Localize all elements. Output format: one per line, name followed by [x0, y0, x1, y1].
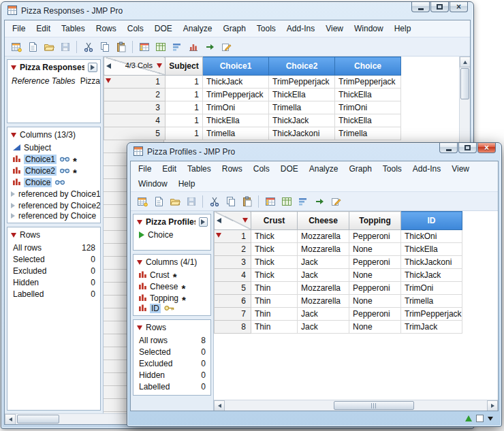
- cut-icon[interactable]: [80, 39, 96, 54]
- panel-expand-button[interactable]: [88, 63, 97, 72]
- row-number-cell[interactable]: 1: [215, 230, 251, 243]
- panel-expand-button[interactable]: [199, 217, 208, 227]
- data-cell[interactable]: Thick: [251, 243, 298, 256]
- data-cell[interactable]: Mozzarella: [298, 282, 349, 295]
- scrollbar-track[interactable]: [225, 400, 487, 411]
- data-table-icon[interactable]: [136, 39, 152, 54]
- summary-table-icon[interactable]: [153, 39, 168, 54]
- data-cell[interactable]: Thick: [251, 256, 298, 269]
- red-triangle-menu-icon[interactable]: [137, 260, 142, 265]
- menu-view[interactable]: View: [320, 22, 349, 35]
- data-cell[interactable]: 1: [166, 89, 203, 101]
- column-header-cheese[interactable]: Cheese: [298, 212, 349, 230]
- row-number-cell[interactable]: 3: [104, 101, 166, 114]
- menu-window[interactable]: Window: [349, 22, 389, 35]
- menu-edit[interactable]: Edit: [31, 22, 56, 35]
- data-cell[interactable]: TrimPepperjack: [401, 308, 462, 321]
- run-script-triangle-icon[interactable]: [139, 232, 144, 238]
- menu-tables[interactable]: Tables: [182, 162, 217, 176]
- copy-icon[interactable]: [223, 193, 238, 209]
- menu-doe[interactable]: DOE: [275, 162, 304, 176]
- data-cell[interactable]: ThickElla: [269, 89, 335, 101]
- row-number-cell[interactable]: 5: [215, 282, 251, 295]
- scrollbar-thumb[interactable]: [17, 415, 59, 424]
- column-item-choice[interactable]: Choice: [7, 176, 100, 188]
- menu-view[interactable]: View: [446, 162, 475, 176]
- columns-hotspot-icon[interactable]: [157, 63, 162, 68]
- menu-help[interactable]: Help: [389, 22, 417, 35]
- data-cell[interactable]: None: [349, 243, 401, 256]
- data-cell[interactable]: Thin: [251, 282, 298, 295]
- summary-table-icon[interactable]: [279, 193, 294, 209]
- disclosure-triangle-icon[interactable]: [11, 191, 15, 197]
- data-cell[interactable]: Thin: [251, 321, 298, 334]
- data-cell[interactable]: Thick: [251, 269, 298, 282]
- menu-tools[interactable]: Tools: [251, 22, 281, 35]
- referenced-by-item[interactable]: referenced by Choice2: [7, 199, 100, 211]
- maximize-button[interactable]: [430, 2, 449, 12]
- menu-window[interactable]: Window: [133, 177, 173, 191]
- menu-file[interactable]: File: [7, 22, 31, 35]
- column-header-choice[interactable]: Choice: [335, 57, 401, 76]
- splitter-collapse-icon[interactable]: [106, 63, 111, 69]
- open-icon[interactable]: [41, 39, 57, 54]
- column-item-subject[interactable]: Subject: [7, 142, 100, 153]
- menu-graph[interactable]: Graph: [343, 162, 377, 176]
- save-icon[interactable]: [183, 193, 199, 209]
- row-number-cell[interactable]: 2: [104, 89, 166, 101]
- grid-corner[interactable]: [215, 212, 251, 230]
- data-cell[interactable]: Trimella: [335, 127, 401, 140]
- data-cell[interactable]: ThickElla: [203, 114, 269, 127]
- row-number-cell[interactable]: 5: [104, 127, 166, 140]
- column-header-choice1[interactable]: Choice1: [203, 57, 269, 76]
- data-cell[interactable]: TrimPepperjack: [269, 76, 335, 89]
- run-script-icon[interactable]: [311, 193, 327, 209]
- column-item-topping[interactable]: Topping *: [133, 292, 210, 304]
- data-cell[interactable]: ThickOni: [401, 230, 462, 243]
- splitter-collapse-icon[interactable]: [217, 218, 221, 223]
- data-cell[interactable]: ThickJack: [401, 269, 462, 282]
- data-cell[interactable]: 1: [166, 101, 203, 114]
- column-header-subject[interactable]: Subject: [166, 57, 203, 76]
- data-cell[interactable]: Mozzarella: [298, 230, 349, 243]
- sort-icon[interactable]: [295, 193, 311, 209]
- menu-edit[interactable]: Edit: [157, 162, 182, 176]
- table-script-choice[interactable]: Choice: [133, 229, 210, 240]
- menu-rows[interactable]: Rows: [91, 22, 122, 35]
- column-item-id[interactable]: ID: [133, 304, 210, 315]
- menu-analyze[interactable]: Analyze: [178, 22, 218, 35]
- data-table-icon[interactable]: [262, 193, 278, 209]
- cut-icon[interactable]: [206, 193, 222, 209]
- scroll-left-button[interactable]: [214, 400, 225, 411]
- data-cell[interactable]: Jack: [298, 256, 349, 269]
- column-header-choice2[interactable]: Choice2: [269, 57, 335, 76]
- new-data-table-icon[interactable]: [8, 39, 24, 54]
- data-cell[interactable]: Pepperoni: [349, 230, 401, 243]
- menu-cols[interactable]: Cols: [122, 22, 149, 35]
- scroll-up-button[interactable]: [460, 57, 471, 67]
- data-cell[interactable]: None: [349, 321, 401, 334]
- data-cell[interactable]: ThickElla: [335, 89, 401, 101]
- close-button[interactable]: ×: [450, 2, 468, 12]
- table-corner-menu-icon[interactable]: [488, 417, 493, 421]
- data-cell[interactable]: None: [349, 295, 401, 308]
- copy-icon[interactable]: [97, 39, 112, 54]
- sort-icon[interactable]: [169, 39, 185, 54]
- new-data-table-icon[interactable]: [134, 193, 150, 209]
- data-cell[interactable]: Trimella: [401, 295, 462, 308]
- minimize-button[interactable]: [411, 2, 430, 12]
- maximize-button[interactable]: [458, 143, 477, 153]
- data-cell[interactable]: TrimPepperjack: [335, 76, 401, 89]
- data-cell[interactable]: Mozzarella: [298, 295, 349, 308]
- column-item-cheese[interactable]: Cheese *: [133, 281, 210, 292]
- horizontal-scrollbar[interactable]: [214, 400, 498, 411]
- menu-addins[interactable]: Add-Ins: [407, 162, 446, 176]
- row-number-cell[interactable]: 3: [215, 256, 251, 269]
- data-cell[interactable]: Pepperoni: [349, 256, 401, 269]
- row-number-cell[interactable]: 7: [215, 308, 251, 321]
- data-cell[interactable]: ThickElla: [335, 114, 401, 127]
- column-header-crust[interactable]: Crust: [251, 212, 298, 230]
- data-cell[interactable]: TrimOni: [335, 101, 401, 114]
- scroll-right-button[interactable]: [487, 400, 498, 411]
- data-cell[interactable]: Trimella: [269, 101, 335, 114]
